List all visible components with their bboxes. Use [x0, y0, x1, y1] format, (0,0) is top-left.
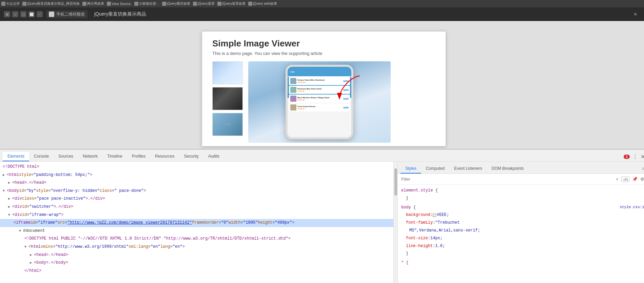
expand-icon[interactable]: ▶	[8, 204, 12, 210]
expand-icon[interactable]: ▼	[19, 228, 23, 234]
styles-tab-event-listeners[interactable]: Event Listeners	[449, 164, 487, 174]
thumbnail-3[interactable]: TRUE	[212, 113, 243, 136]
bookmark-item[interactable]: 大众点评	[1, 1, 20, 6]
html-line-doctype2: <!DOCTYPE html PUBLIC "-//W3C//DTD XHTML…	[0, 235, 393, 243]
tab-audits[interactable]: Audits	[203, 152, 224, 161]
html-line-html-close: </html>	[0, 267, 393, 275]
favicon	[82, 2, 86, 6]
bookmark-bar: 大众点评 jQuery垂直切换展示商品_网页特效 网示秀效果 View Sour…	[0, 0, 644, 7]
preview-thumbnails: TRUE	[212, 61, 243, 143]
styles-tab-dom-breakpoints[interactable]: DOM Breakpoints	[487, 164, 529, 174]
style-rule-next: * {	[401, 259, 644, 267]
favicon	[1, 2, 5, 6]
thumbnail-2[interactable]	[212, 87, 243, 110]
bookmark-item[interactable]: jQuery web效果	[248, 1, 277, 6]
qr-icon	[49, 12, 54, 17]
html-line-head2: ▶ <head>…</head>	[0, 251, 393, 259]
filter-icons: + .cls 📌 ⚙	[616, 177, 644, 182]
preview-page-subtitle: This is a demo page. You can view the su…	[212, 51, 435, 56]
styles-tab-computed[interactable]: Computed	[421, 164, 449, 174]
phone-list-item-3: Best Western Bulan Village Hotel ★★★★☆ $…	[289, 95, 350, 103]
page-title: jQuery垂直切换展示商品	[94, 11, 627, 17]
main-area: Simple Image Viewer This is a demo page.…	[0, 21, 644, 283]
expand-icon[interactable]: ▼	[24, 244, 28, 250]
favicon	[217, 2, 221, 6]
bookmark-item[interactable]: jQuery遮罩	[193, 1, 214, 6]
styles-filter-bar: + .cls 📌 ⚙	[398, 174, 644, 185]
expand-icon[interactable]: ▶	[30, 260, 34, 266]
window-controls: ⊞ □ ◻ ⬜ ⋯	[4, 11, 43, 17]
phone-screen: Amara Clara Elite Aluminum ★★★★★ $450 Pl…	[288, 77, 351, 139]
tab-elements[interactable]: Elements	[3, 152, 29, 161]
devtools-tabs-right: 1 ⋮ ✕	[624, 154, 644, 161]
html-line-pace: ▶ <div class="pace pace-inactive" >…</di…	[0, 195, 393, 203]
qr-preview-btn[interactable]: 手机二维码预览	[46, 11, 87, 18]
tab-timeline[interactable]: Timeline	[102, 152, 127, 161]
preview-page-title: Simple Image Viewer	[212, 38, 435, 49]
title-bar: ⊞ □ ◻ ⬜ ⋯ 手机二维码预览 jQuery垂直切换展示商品 ×	[0, 7, 644, 21]
bookmark-item[interactable]: 大家都在搜：	[134, 1, 159, 6]
html-panel[interactable]: <!DOCTYPE html> ▶ <html style="padding-b…	[0, 162, 393, 283]
page-preview: Simple Image Viewer This is a demo page.…	[0, 21, 644, 149]
window-icon-3: ◻	[20, 11, 26, 17]
favicon	[134, 2, 138, 6]
expand-icon[interactable]: ▶	[30, 252, 34, 258]
tab-network[interactable]: Network	[78, 152, 102, 161]
styles-tab-styles[interactable]: Styles	[401, 164, 421, 174]
window-icon-1: ⊞	[4, 11, 10, 17]
add-style-icon[interactable]: +	[616, 177, 619, 182]
style-prop-background: background : #EEE ;	[401, 211, 644, 219]
tab-security[interactable]: Security	[179, 152, 203, 161]
phone-top-bar: ●●●	[288, 67, 351, 76]
html-line-head: ▶ <head>…</head>	[0, 179, 393, 187]
devtools-tabs: Elements Console Sources Network Timelin…	[0, 149, 644, 162]
html-line-html2: ▼ <html xmlns="http://www.w3.org/1999/xh…	[0, 243, 393, 251]
html-line-document: ▼ #document	[0, 227, 393, 235]
bookmark-item[interactable]: View Source:	[107, 2, 132, 6]
toggle-icon[interactable]: ⚙	[640, 177, 644, 182]
bookmark-item[interactable]: 网示秀效果	[82, 1, 104, 6]
window-icon-4: ⬜	[28, 11, 35, 17]
cls-button[interactable]: .cls	[621, 177, 630, 182]
tab-resources[interactable]: Resources	[150, 152, 179, 161]
preview-card: Simple Image Viewer This is a demo page.…	[202, 31, 446, 146]
expand-icon[interactable]: ▶	[8, 180, 12, 186]
expand-icon[interactable]: ▼	[8, 212, 12, 218]
devtools-menu-icon[interactable]: ⋮	[632, 154, 638, 160]
html-line-doctype: <!DOCTYPE html>	[0, 163, 393, 171]
devtools-close-icon[interactable]: ✕	[641, 154, 644, 160]
phone-mockup: ●●● Amara Clara Elite Aluminum ★★★★★ $	[286, 65, 353, 139]
tab-profiles[interactable]: Profiles	[127, 152, 150, 161]
error-badge: 1	[624, 155, 630, 159]
bookmark-item[interactable]: jQuery重庆效果	[162, 1, 190, 6]
tab-sources[interactable]: Sources	[54, 152, 78, 161]
styles-filter-input[interactable]	[401, 177, 613, 182]
expand-icon[interactable]: ▶	[8, 196, 12, 202]
html-line-iframe-wrap: ▼ <div id="iframe-wrap" >	[0, 211, 393, 219]
html-line-body2: ▶ <body>…</body>	[0, 259, 393, 267]
style-prop-font-family-cont: MS",Verdana,Arial,sans-serif ;	[401, 227, 644, 235]
styles-tabs: Styles Computed Event Listeners DOM Brea…	[398, 162, 644, 174]
style-prop-font-family: font-family : "Trebuchet	[401, 219, 644, 227]
styles-tabs-more-icon[interactable]: »	[642, 165, 644, 174]
window-close-button[interactable]: ×	[631, 11, 640, 18]
window-icon-5: ⋯	[37, 11, 43, 17]
styles-content: element.style { } body {	[398, 185, 644, 283]
favicon	[162, 2, 166, 6]
tab-console[interactable]: Console	[29, 152, 54, 161]
style-rule-body: body { style.css:1 background : #EEE ;	[401, 204, 644, 258]
html-line-html: ▶ <html style="padding-bottom: 54px;" >	[0, 171, 393, 179]
expand-icon[interactable]: ▼	[3, 188, 7, 194]
scrollbar-thumb[interactable]	[394, 168, 397, 196]
iframe-src-link[interactable]: "http://www.jq22.com/demo/image_viewer20…	[67, 219, 192, 227]
html-panel-scrollbar[interactable]	[393, 162, 397, 283]
pin-icon[interactable]: 📌	[632, 177, 638, 182]
preview-body: TRUE ●●●	[212, 61, 435, 143]
style-prop-font-size: font-size : 14px ;	[401, 235, 644, 242]
color-swatch-background[interactable]	[433, 214, 436, 217]
bookmark-item[interactable]: jQuery垂直切换展示商品_网页特效	[22, 1, 80, 6]
thumbnail-1[interactable]	[212, 61, 243, 84]
favicon	[22, 2, 26, 6]
expand-icon[interactable]: ▶	[3, 172, 7, 178]
bookmark-item[interactable]: jQuery遮罩效果	[217, 1, 246, 6]
